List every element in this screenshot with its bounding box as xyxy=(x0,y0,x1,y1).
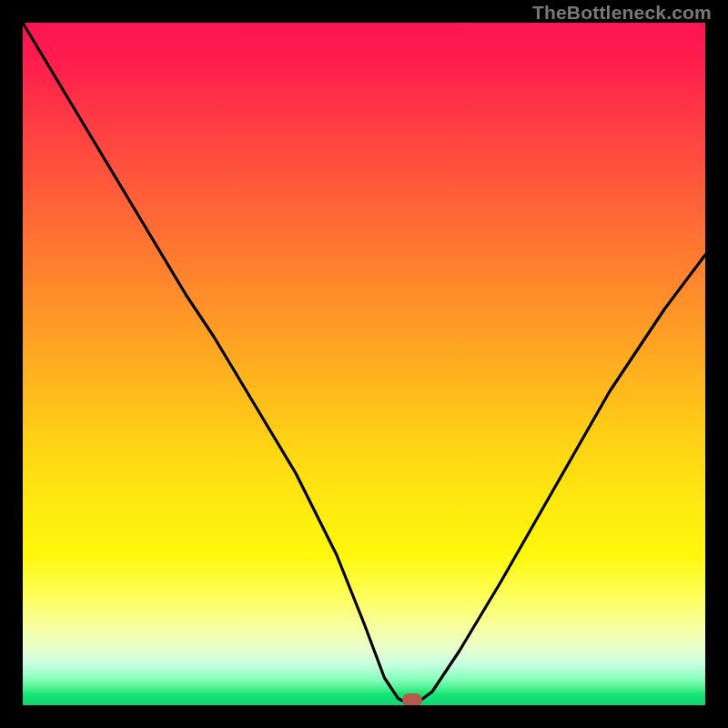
attribution-text: TheBottleneck.com xyxy=(532,2,712,24)
plot-area xyxy=(23,23,705,705)
optimal-point-marker xyxy=(402,693,422,705)
bottleneck-curve xyxy=(23,23,705,705)
chart-stage: TheBottleneck.com xyxy=(0,0,728,728)
